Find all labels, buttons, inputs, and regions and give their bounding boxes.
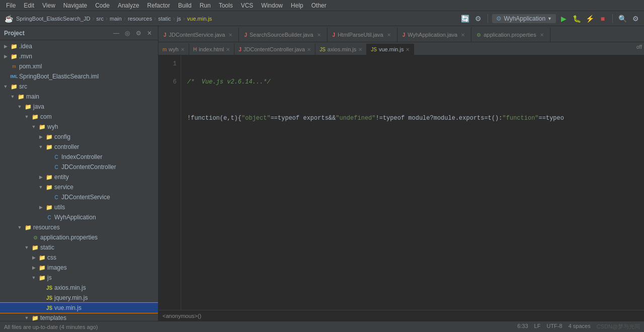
breadcrumb-js[interactable]: js: [177, 16, 181, 22]
panel-collapse[interactable]: —: [112, 29, 121, 38]
file-tab-close-indexhtml[interactable]: ✕: [226, 47, 230, 52]
tab-close-appprops[interactable]: ✕: [539, 32, 545, 38]
panel-close[interactable]: ✕: [145, 29, 154, 38]
toolbar-search[interactable]: 🔍: [617, 13, 628, 24]
menu-vcs[interactable]: VCS: [237, 1, 258, 10]
tree-item-src[interactable]: ▼ 📁 src: [0, 81, 158, 92]
tree-item-js[interactable]: ▼ 📁 js: [0, 273, 158, 283]
tree-label-appprops: application.properties: [40, 234, 98, 241]
tree-item-jdcontentservice[interactable]: ▶ C JDContentService: [0, 192, 158, 202]
file-tab-indexhtml[interactable]: H index.html ✕: [189, 44, 234, 55]
run-config-selector[interactable]: ⚙ WyhApplication ▼: [492, 14, 556, 23]
tab-close-htmlparseutil[interactable]: ✕: [386, 32, 392, 38]
breadcrumb-project[interactable]: SpringBoot_ElasticSearch_JD: [16, 16, 90, 22]
statusbar-message[interactable]: All files are up-to-date (4 minutes ago): [4, 324, 513, 330]
tab-close-jdcontentservice[interactable]: ✕: [227, 32, 233, 38]
menu-tools[interactable]: Tools: [215, 1, 237, 10]
menu-view[interactable]: View: [38, 1, 59, 10]
file-tab-close-wyh[interactable]: ✕: [181, 47, 185, 52]
file-tab-wyh[interactable]: m wyh ✕: [158, 44, 189, 55]
tree-item-controller[interactable]: ▼ 📁 controller: [0, 142, 158, 152]
breadcrumb-static[interactable]: static: [158, 16, 171, 22]
tab-close-wyhapplication[interactable]: ✕: [460, 32, 466, 38]
tree-item-wyhapp[interactable]: ▶ C WyhApplication: [0, 212, 158, 222]
code-content[interactable]: /* Vue.js v2.6.14...*/ !function(e,t){"o…: [181, 55, 644, 310]
tab-htmlparseutil[interactable]: J HtmlParseUtil.java ✕: [328, 28, 397, 42]
menu-analyze[interactable]: Analyze: [114, 1, 143, 10]
file-tab-axios[interactable]: JS axios.min.js ✕: [315, 44, 367, 55]
tree-item-images[interactable]: ▶ 📁 images: [0, 263, 158, 273]
java-icon-indexcontroller: C: [52, 153, 60, 161]
panel-gear[interactable]: ⚙: [134, 29, 143, 38]
menu-code[interactable]: Code: [91, 1, 114, 10]
file-tab-jdcontentcontroller[interactable]: J JDContentController.java ✕: [234, 44, 315, 55]
tree-item-utils[interactable]: ▶ 📁 utils: [0, 202, 158, 212]
statusbar-line-sep[interactable]: LF: [534, 323, 541, 330]
toolbar-run[interactable]: ▶: [558, 13, 569, 24]
tree-item-mvn[interactable]: ▶ 📁 .mvn: [0, 51, 158, 61]
tree-item-vue[interactable]: ▶ JS vue.min.js: [0, 303, 158, 313]
tab-label-wyhapplication: WyhApplication.java: [408, 32, 457, 38]
toolbar-debug[interactable]: 🐛: [571, 13, 582, 24]
tree-item-java[interactable]: ▼ 📁 java: [0, 102, 158, 112]
code-editor[interactable]: 1 6 /* Vue.js v2.6.14...*/ !function(e,t…: [158, 55, 644, 310]
java-icon-jdcontentcontroller: C: [52, 163, 60, 171]
toolbar-settings2[interactable]: ⚙: [630, 13, 641, 24]
tree-item-pom[interactable]: ▶ m pom.xml: [0, 61, 158, 71]
toolbar-run-with-coverage[interactable]: ⚡: [584, 13, 595, 24]
tab-appprops[interactable]: ⚙ application.properties ✕: [471, 28, 550, 42]
tree-item-indexcontroller[interactable]: ▶ C IndexController: [0, 152, 158, 162]
tree-item-wyh[interactable]: ▼ 📁 wyh: [0, 122, 158, 132]
tree-item-jquery[interactable]: ▶ JS jquery.min.js: [0, 293, 158, 303]
tree-item-config[interactable]: ▶ 📁 config: [0, 132, 158, 142]
file-tab-close-axios[interactable]: ✕: [358, 47, 362, 52]
tree-label-mvn: .mvn: [19, 53, 32, 60]
menu-window[interactable]: Window: [257, 1, 287, 10]
tree-item-css[interactable]: ▶ 📁 css: [0, 253, 158, 263]
menu-edit[interactable]: Edit: [20, 1, 38, 10]
statusbar-encoding[interactable]: UTF-8: [546, 323, 562, 330]
panel-locate[interactable]: ◎: [123, 29, 132, 38]
tree-item-iml[interactable]: ▶ IML SpringBoot_ElasticSearch.iml: [0, 71, 158, 81]
menu-navigate[interactable]: Navigate: [59, 1, 91, 10]
tab-jdcontentservice[interactable]: J JDContentService.java ✕: [158, 28, 239, 42]
tree-item-appprops[interactable]: ▶ ⚙ application.properties: [0, 232, 158, 242]
breadcrumb-main[interactable]: main: [110, 16, 122, 22]
toolbar-sync[interactable]: 🔄: [459, 13, 470, 24]
tree-item-main[interactable]: ▼ 📁 main: [0, 92, 158, 102]
toolbar-settings[interactable]: ⚙: [472, 13, 484, 24]
menu-refactor[interactable]: Refactor: [143, 1, 174, 10]
menu-run[interactable]: Run: [196, 1, 215, 10]
file-tab-close-vue[interactable]: ✕: [406, 47, 410, 52]
menu-file[interactable]: File: [2, 1, 20, 10]
tab-close-searchsourcebuilder[interactable]: ✕: [316, 32, 322, 38]
tree-item-resources[interactable]: ▼ 📁 resources: [0, 222, 158, 232]
tree-item-jdcontentcontroller[interactable]: ▶ C JDContentController: [0, 162, 158, 172]
toolbar-stop[interactable]: ■: [597, 13, 608, 24]
tree-arrow-entity: ▶: [37, 175, 44, 180]
tree-item-templates[interactable]: ▼ 📁 templates: [0, 313, 158, 321]
statusbar-indent[interactable]: 4 spaces: [569, 323, 591, 330]
toolbar-separator-2: [612, 14, 613, 23]
tree-item-static[interactable]: ▼ 📁 static: [0, 242, 158, 253]
statusbar-position[interactable]: 6:33: [517, 323, 528, 330]
js-icon-vue: JS: [45, 304, 53, 312]
breadcrumb-file[interactable]: vue.min.js: [187, 16, 212, 22]
tree-label-iml: SpringBoot_ElasticSearch.iml: [19, 73, 99, 80]
tree-item-idea[interactable]: ▶ 📁 .idea: [0, 41, 158, 51]
file-tab-vue[interactable]: JS vue.min.js ✕: [367, 44, 414, 55]
menu-other[interactable]: Other: [307, 1, 331, 10]
tab-searchsourcebuilder[interactable]: J SearchSourceBuilder.java ✕: [239, 28, 327, 42]
tree-label-jquery: jquery.min.js: [54, 294, 88, 301]
tree-item-entity[interactable]: ▶ 📁 entity: [0, 172, 158, 182]
menu-help[interactable]: Help: [287, 1, 307, 10]
tree-item-com[interactable]: ▼ 📁 com: [0, 112, 158, 122]
file-tab-close-jdcontentcontroller[interactable]: ✕: [307, 47, 311, 52]
tab-wyhapplication[interactable]: J WyhApplication.java ✕: [397, 28, 472, 42]
breadcrumb-src[interactable]: src: [96, 16, 104, 22]
breadcrumb-resources[interactable]: resources: [128, 16, 152, 22]
menu-build[interactable]: Build: [174, 1, 196, 10]
tree-item-axios[interactable]: ▶ JS axios.min.js: [0, 283, 158, 293]
tree-item-service[interactable]: ▼ 📁 service: [0, 182, 158, 192]
toolbar-icon-app[interactable]: ☕: [3, 13, 14, 24]
